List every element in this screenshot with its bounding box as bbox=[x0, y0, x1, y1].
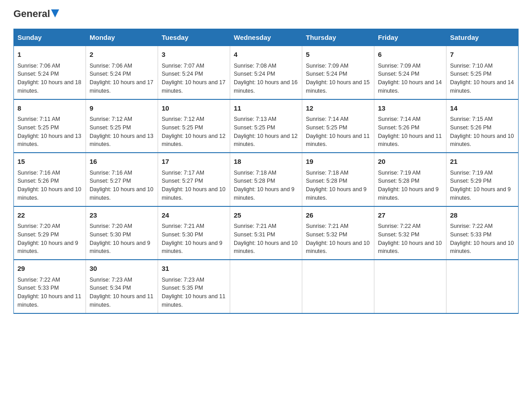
calendar-week-row: 22 Sunrise: 7:20 AM Sunset: 5:29 PM Dayl… bbox=[14, 206, 519, 260]
cell-sunset: Sunset: 5:28 PM bbox=[378, 178, 419, 184]
cell-sunrise: Sunrise: 7:17 AM bbox=[162, 170, 204, 176]
calendar-cell: 5 Sunrise: 7:09 AM Sunset: 5:24 PM Dayli… bbox=[302, 46, 374, 99]
cell-daylight: Daylight: 10 hours and 10 minutes. bbox=[450, 133, 514, 148]
calendar-week-row: 29 Sunrise: 7:22 AM Sunset: 5:33 PM Dayl… bbox=[14, 260, 519, 313]
calendar-cell: 13 Sunrise: 7:14 AM Sunset: 5:26 PM Dayl… bbox=[374, 99, 446, 153]
cell-sunset: Sunset: 5:26 PM bbox=[378, 124, 419, 131]
cell-sunset: Sunset: 5:28 PM bbox=[306, 178, 347, 184]
day-number: 22 bbox=[17, 210, 82, 221]
calendar-cell: 10 Sunrise: 7:12 AM Sunset: 5:25 PM Dayl… bbox=[158, 99, 230, 153]
cell-daylight: Daylight: 10 hours and 9 minutes. bbox=[90, 240, 150, 255]
cell-sunset: Sunset: 5:25 PM bbox=[90, 124, 131, 131]
cell-sunrise: Sunrise: 7:19 AM bbox=[378, 170, 420, 176]
day-header-tuesday: Tuesday bbox=[158, 29, 230, 46]
cell-daylight: Daylight: 10 hours and 16 minutes. bbox=[234, 79, 297, 94]
cell-sunrise: Sunrise: 7:06 AM bbox=[17, 63, 60, 69]
cell-sunset: Sunset: 5:27 PM bbox=[162, 178, 203, 184]
calendar-week-row: 8 Sunrise: 7:11 AM Sunset: 5:25 PM Dayli… bbox=[14, 99, 519, 153]
cell-sunset: Sunset: 5:24 PM bbox=[306, 71, 347, 77]
cell-sunrise: Sunrise: 7:21 AM bbox=[162, 223, 204, 229]
cell-daylight: Daylight: 10 hours and 14 minutes. bbox=[450, 79, 514, 94]
cell-daylight: Daylight: 10 hours and 9 minutes. bbox=[450, 186, 511, 201]
cell-daylight: Daylight: 10 hours and 9 minutes. bbox=[306, 186, 367, 201]
calendar-cell: 20 Sunrise: 7:19 AM Sunset: 5:28 PM Dayl… bbox=[374, 153, 446, 206]
day-number: 18 bbox=[234, 157, 298, 167]
cell-sunrise: Sunrise: 7:18 AM bbox=[306, 170, 348, 176]
cell-sunset: Sunset: 5:26 PM bbox=[17, 178, 59, 184]
cell-sunrise: Sunrise: 7:20 AM bbox=[90, 223, 132, 229]
calendar-cell: 12 Sunrise: 7:14 AM Sunset: 5:25 PM Dayl… bbox=[302, 99, 374, 153]
cell-daylight: Daylight: 10 hours and 10 minutes. bbox=[306, 240, 369, 255]
day-header-monday: Monday bbox=[86, 29, 158, 46]
calendar-cell: 24 Sunrise: 7:21 AM Sunset: 5:30 PM Dayl… bbox=[158, 206, 230, 260]
day-number: 5 bbox=[306, 50, 370, 60]
day-number: 28 bbox=[450, 210, 515, 221]
day-number: 8 bbox=[17, 103, 82, 114]
cell-sunrise: Sunrise: 7:09 AM bbox=[306, 63, 348, 69]
calendar-cell: 29 Sunrise: 7:22 AM Sunset: 5:33 PM Dayl… bbox=[14, 260, 86, 313]
cell-sunset: Sunset: 5:25 PM bbox=[450, 71, 491, 77]
cell-sunrise: Sunrise: 7:06 AM bbox=[90, 63, 132, 69]
calendar-cell: 3 Sunrise: 7:07 AM Sunset: 5:24 PM Dayli… bbox=[158, 46, 230, 99]
cell-sunset: Sunset: 5:24 PM bbox=[378, 71, 419, 77]
cell-sunset: Sunset: 5:31 PM bbox=[234, 231, 275, 238]
cell-daylight: Daylight: 10 hours and 11 minutes. bbox=[378, 133, 442, 148]
day-number: 1 bbox=[17, 50, 82, 60]
calendar-cell: 17 Sunrise: 7:17 AM Sunset: 5:27 PM Dayl… bbox=[158, 153, 230, 206]
calendar-cell: 15 Sunrise: 7:16 AM Sunset: 5:26 PM Dayl… bbox=[14, 153, 86, 206]
logo-general: General bbox=[13, 9, 50, 19]
cell-daylight: Daylight: 10 hours and 11 minutes. bbox=[90, 293, 153, 308]
day-number: 6 bbox=[378, 50, 442, 60]
cell-sunset: Sunset: 5:24 PM bbox=[162, 71, 203, 77]
cell-sunset: Sunset: 5:28 PM bbox=[234, 178, 275, 184]
calendar-header-row: SundayMondayTuesdayWednesdayThursdayFrid… bbox=[14, 29, 519, 46]
calendar-cell: 7 Sunrise: 7:10 AM Sunset: 5:25 PM Dayli… bbox=[446, 46, 519, 99]
cell-sunset: Sunset: 5:33 PM bbox=[450, 231, 491, 238]
cell-daylight: Daylight: 10 hours and 10 minutes. bbox=[378, 240, 442, 255]
svg-marker-0 bbox=[51, 9, 59, 17]
day-number: 19 bbox=[306, 157, 370, 167]
cell-sunrise: Sunrise: 7:22 AM bbox=[378, 223, 420, 229]
cell-sunrise: Sunrise: 7:21 AM bbox=[234, 223, 276, 229]
day-number: 24 bbox=[162, 210, 226, 221]
cell-sunset: Sunset: 5:34 PM bbox=[90, 285, 131, 291]
cell-sunrise: Sunrise: 7:23 AM bbox=[90, 277, 132, 283]
calendar-cell: 26 Sunrise: 7:21 AM Sunset: 5:32 PM Dayl… bbox=[302, 206, 374, 260]
day-number: 26 bbox=[306, 210, 370, 221]
calendar-cell: 6 Sunrise: 7:09 AM Sunset: 5:24 PM Dayli… bbox=[374, 46, 446, 99]
day-number: 2 bbox=[90, 50, 154, 60]
cell-sunrise: Sunrise: 7:22 AM bbox=[17, 277, 60, 283]
cell-sunrise: Sunrise: 7:20 AM bbox=[17, 223, 60, 229]
day-number: 17 bbox=[162, 157, 226, 167]
cell-sunrise: Sunrise: 7:12 AM bbox=[162, 116, 204, 122]
cell-sunrise: Sunrise: 7:22 AM bbox=[450, 223, 493, 229]
cell-sunset: Sunset: 5:25 PM bbox=[306, 124, 347, 131]
calendar-cell bbox=[302, 260, 374, 313]
day-number: 7 bbox=[450, 50, 515, 60]
cell-sunset: Sunset: 5:24 PM bbox=[17, 71, 59, 77]
cell-sunrise: Sunrise: 7:19 AM bbox=[450, 170, 493, 176]
day-number: 20 bbox=[378, 157, 442, 167]
calendar-cell: 28 Sunrise: 7:22 AM Sunset: 5:33 PM Dayl… bbox=[446, 206, 519, 260]
cell-sunrise: Sunrise: 7:14 AM bbox=[306, 116, 348, 122]
cell-daylight: Daylight: 10 hours and 11 minutes. bbox=[17, 293, 81, 308]
calendar-week-row: 1 Sunrise: 7:06 AM Sunset: 5:24 PM Dayli… bbox=[14, 46, 519, 99]
calendar-table: SundayMondayTuesdayWednesdayThursdayFrid… bbox=[13, 29, 519, 314]
cell-daylight: Daylight: 10 hours and 9 minutes. bbox=[17, 240, 78, 255]
calendar-cell bbox=[446, 260, 519, 313]
cell-sunrise: Sunrise: 7:14 AM bbox=[378, 116, 420, 122]
cell-sunrise: Sunrise: 7:12 AM bbox=[90, 116, 132, 122]
calendar-cell: 18 Sunrise: 7:18 AM Sunset: 5:28 PM Dayl… bbox=[230, 153, 302, 206]
calendar-cell: 16 Sunrise: 7:16 AM Sunset: 5:27 PM Dayl… bbox=[86, 153, 158, 206]
day-header-sunday: Sunday bbox=[14, 29, 86, 46]
cell-daylight: Daylight: 10 hours and 18 minutes. bbox=[17, 79, 81, 94]
cell-sunrise: Sunrise: 7:15 AM bbox=[450, 116, 493, 122]
cell-daylight: Daylight: 10 hours and 10 minutes. bbox=[234, 240, 297, 255]
cell-daylight: Daylight: 10 hours and 10 minutes. bbox=[17, 186, 81, 201]
day-header-thursday: Thursday bbox=[302, 29, 374, 46]
calendar-cell: 8 Sunrise: 7:11 AM Sunset: 5:25 PM Dayli… bbox=[14, 99, 86, 153]
cell-daylight: Daylight: 10 hours and 17 minutes. bbox=[162, 79, 225, 94]
cell-sunrise: Sunrise: 7:18 AM bbox=[234, 170, 276, 176]
cell-sunrise: Sunrise: 7:23 AM bbox=[162, 277, 204, 283]
calendar-cell: 4 Sunrise: 7:08 AM Sunset: 5:24 PM Dayli… bbox=[230, 46, 302, 99]
